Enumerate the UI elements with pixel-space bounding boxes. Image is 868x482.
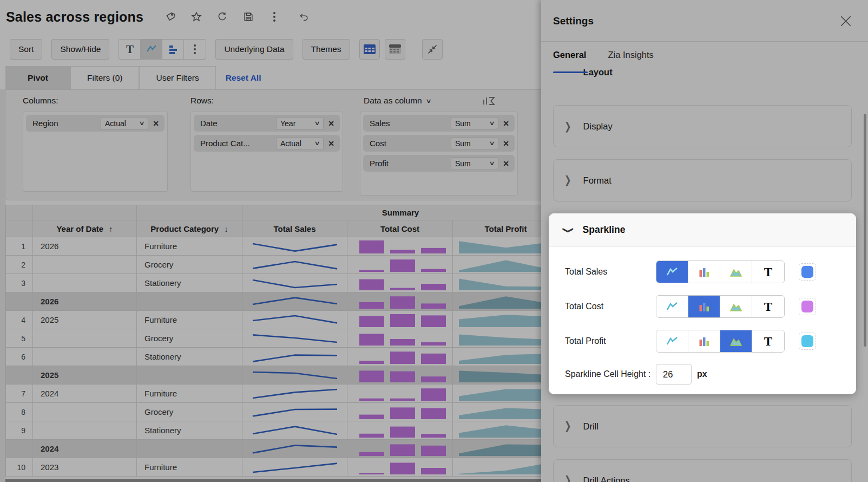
- refresh-icon[interactable]: [216, 10, 229, 23]
- remove-field-icon[interactable]: ✕: [326, 139, 337, 148]
- total-sales-cell[interactable]: [242, 274, 347, 292]
- table-row[interactable]: 102023Furniture: [6, 458, 544, 477]
- table-view-blue-button[interactable]: [359, 39, 380, 60]
- bar-sparkline-view-button[interactable]: [162, 40, 184, 59]
- column-header-total-cost[interactable]: Total Cost: [347, 220, 453, 237]
- total-cost-cell[interactable]: [347, 274, 453, 292]
- line-type-button[interactable]: [656, 330, 688, 353]
- show-hide-button[interactable]: Show/Hide: [51, 39, 109, 60]
- save-icon[interactable]: [242, 10, 255, 23]
- text-type-button[interactable]: T: [752, 261, 784, 283]
- section-layout[interactable]: ❯ Layout: [553, 69, 852, 93]
- reset-all-link[interactable]: Reset All: [226, 73, 261, 83]
- collapse-panel-button[interactable]: [422, 39, 443, 60]
- remove-field-icon[interactable]: ✕: [326, 119, 337, 128]
- themes-button[interactable]: Themes: [303, 39, 350, 60]
- total-cost-cell[interactable]: [347, 292, 453, 311]
- total-profit-cell[interactable]: [453, 256, 544, 274]
- tab-user-filters[interactable]: User Filters: [139, 66, 215, 89]
- sort-asc-icon[interactable]: ↑: [109, 224, 113, 233]
- area-type-button[interactable]: [720, 261, 752, 283]
- total-cost-cell[interactable]: [347, 421, 453, 440]
- subtotal-row[interactable]: 2024: [6, 440, 544, 458]
- aggregation-select[interactable]: Year∨: [276, 117, 324, 130]
- total-sales-cell[interactable]: [242, 237, 347, 256]
- sort-button[interactable]: Sort: [10, 39, 42, 60]
- table-view-gray-button[interactable]: [385, 39, 405, 60]
- total-cost-cell[interactable]: [347, 237, 453, 256]
- total-cost-cell[interactable]: [347, 256, 453, 274]
- total-cost-cell[interactable]: [347, 458, 453, 477]
- total-sales-cell[interactable]: [242, 458, 347, 477]
- text-type-button[interactable]: T: [752, 296, 784, 318]
- total-profit-cell[interactable]: [453, 440, 544, 458]
- total-profit-cell[interactable]: [453, 311, 544, 329]
- table-row[interactable]: 12026Furniture: [6, 237, 544, 256]
- sparkline-section-header[interactable]: ❯ Sparkline: [549, 213, 856, 247]
- section-format[interactable]: ❯ Format: [553, 159, 852, 201]
- undo-icon[interactable]: [297, 10, 310, 23]
- aggregation-select[interactable]: Actual∨: [101, 117, 148, 130]
- total-sales-cell[interactable]: [242, 440, 347, 458]
- total-cost-cell[interactable]: [347, 440, 453, 458]
- text-type-button[interactable]: T: [752, 330, 784, 353]
- table-row[interactable]: 5Grocery: [6, 329, 544, 348]
- data-well[interactable]: SalesSum∨✕CostSum∨✕ProfitSum∨✕: [360, 112, 518, 196]
- total-profit-cell[interactable]: [453, 237, 544, 256]
- table-row[interactable]: 2Grocery: [6, 256, 544, 274]
- aggregation-select[interactable]: Sum∨: [451, 157, 498, 170]
- total-profit-cell[interactable]: [453, 458, 544, 477]
- horizontal-scrollbar[interactable]: [5, 479, 543, 482]
- subtotal-row[interactable]: 2025: [6, 366, 544, 385]
- field-chip-product-cat-[interactable]: Product Cat...Actual∨✕: [194, 135, 340, 152]
- bar-type-button[interactable]: [688, 261, 720, 283]
- star-icon[interactable]: [190, 10, 203, 23]
- column-header-total-profit[interactable]: Total Profit: [453, 220, 544, 237]
- total-cost-cell[interactable]: [347, 311, 453, 329]
- column-header-year[interactable]: Year of Date↑: [33, 220, 137, 237]
- rows-well[interactable]: DateYear∨✕Product Cat...Actual∨✕: [190, 112, 343, 192]
- total-sales-cell[interactable]: [242, 421, 347, 440]
- cell-height-input[interactable]: [656, 364, 692, 385]
- total-profit-cell[interactable]: [453, 348, 544, 366]
- summarize-icon[interactable]: [482, 94, 497, 109]
- total-cost-cell[interactable]: [347, 366, 453, 385]
- table-row[interactable]: 6Stationery: [6, 348, 544, 366]
- field-chip-date[interactable]: DateYear∨✕: [194, 115, 340, 132]
- field-chip-cost[interactable]: CostSum∨✕: [363, 135, 515, 152]
- sort-desc-icon[interactable]: ↓: [224, 224, 228, 233]
- total-sales-cell[interactable]: [242, 311, 347, 329]
- total-sales-cell[interactable]: [242, 329, 347, 348]
- area-type-button[interactable]: [720, 296, 752, 318]
- section-drill-actions[interactable]: ❯ Drill Actions: [553, 459, 852, 482]
- data-as-column-dropdown[interactable]: Data as column ∨: [364, 96, 431, 106]
- column-header-category[interactable]: Product Category↓: [137, 220, 242, 237]
- line-type-button[interactable]: [656, 296, 688, 318]
- color-swatch[interactable]: [799, 333, 816, 350]
- tab-pivot[interactable]: Pivot: [5, 66, 70, 89]
- settings-scrollbar[interactable]: [864, 114, 866, 347]
- table-row[interactable]: 9Stationery: [6, 421, 544, 440]
- tab-filters[interactable]: Filters (0): [70, 66, 139, 89]
- total-profit-cell[interactable]: [453, 403, 544, 421]
- view-more-button[interactable]: [184, 40, 206, 59]
- total-sales-cell[interactable]: [242, 403, 347, 421]
- tab-zia-insights[interactable]: Zia Insights: [608, 50, 653, 67]
- color-swatch[interactable]: [799, 263, 816, 281]
- area-type-button[interactable]: [720, 330, 752, 353]
- subtotal-row[interactable]: 2026: [6, 292, 544, 311]
- line-type-button[interactable]: [656, 261, 688, 283]
- total-sales-cell[interactable]: [242, 348, 347, 366]
- total-cost-cell[interactable]: [347, 329, 453, 348]
- line-sparkline-view-button[interactable]: [141, 40, 162, 59]
- remove-field-icon[interactable]: ✕: [150, 119, 161, 128]
- column-header-total-sales[interactable]: Total Sales: [242, 220, 347, 237]
- total-sales-cell[interactable]: [242, 256, 347, 274]
- field-chip-region[interactable]: RegionActual∨✕: [26, 115, 165, 132]
- total-profit-cell[interactable]: [453, 366, 544, 385]
- total-cost-cell[interactable]: [347, 348, 453, 366]
- field-chip-sales[interactable]: SalesSum∨✕: [363, 115, 515, 132]
- remove-field-icon[interactable]: ✕: [501, 139, 511, 148]
- text-view-button[interactable]: T: [119, 40, 141, 59]
- aggregation-select[interactable]: Sum∨: [451, 137, 498, 150]
